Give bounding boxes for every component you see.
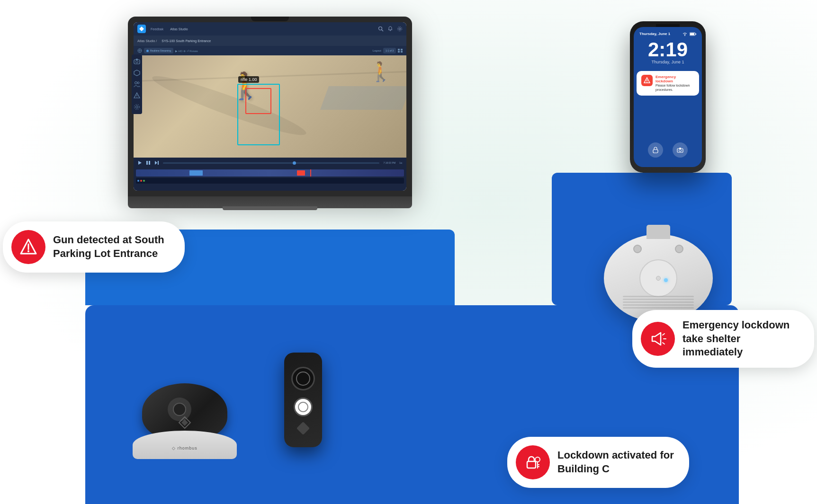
svg-point-4 bbox=[399, 28, 401, 30]
svg-marker-16 bbox=[155, 161, 157, 165]
triangle-warning-icon bbox=[19, 238, 38, 256]
svg-rect-10 bbox=[401, 49, 403, 51]
timestamp: 7:16:03 PM bbox=[383, 161, 395, 164]
lockdown-icon-circle bbox=[516, 445, 550, 479]
sidebar-icon-alert[interactable] bbox=[134, 92, 140, 99]
svg-marker-13 bbox=[138, 161, 142, 165]
sidebar-icon-settings[interactable] bbox=[134, 104, 140, 110]
svg-rect-18 bbox=[134, 60, 140, 64]
reader-ring-inner bbox=[296, 371, 310, 386]
sidebar-icon-camera[interactable] bbox=[134, 58, 140, 65]
building-lockdown-callout: Lockdown activated for Building C bbox=[507, 437, 689, 488]
laptop-toolbar: Realtime Streaming ▶ HD ⊕ ⏎ Rotate Logou… bbox=[134, 46, 406, 55]
svg-rect-15 bbox=[149, 161, 150, 165]
svg-rect-47 bbox=[527, 461, 536, 468]
streaming-pill: Realtime Streaming bbox=[144, 48, 173, 53]
event-segment-alert bbox=[297, 170, 305, 176]
timeline-bar[interactable] bbox=[136, 169, 404, 177]
timeline-marker bbox=[310, 169, 311, 177]
event-dot-1 bbox=[137, 180, 139, 182]
camera-icon bbox=[677, 147, 683, 153]
phone-notification[interactable]: Emergency lockdown Please follow lockdow… bbox=[637, 71, 699, 96]
gun-alert-callout: Gun detected at South Parking Lot Entran… bbox=[3, 221, 185, 273]
svg-rect-9 bbox=[398, 49, 400, 51]
svg-point-34 bbox=[646, 82, 647, 83]
reader-button-inner bbox=[298, 402, 308, 412]
svg-point-48 bbox=[535, 457, 540, 462]
svg-line-44 bbox=[663, 334, 664, 335]
camera-label: SYS-100 South Parking Entrance bbox=[162, 39, 211, 43]
duration: 1a: bbox=[399, 161, 403, 164]
seek-bar[interactable] bbox=[163, 162, 379, 164]
svg-rect-11 bbox=[398, 51, 400, 53]
reader-ring bbox=[291, 367, 315, 390]
phone-status-bar: Thursday, June 1 bbox=[634, 27, 702, 38]
breadcrumb: Atlas Studio / bbox=[137, 39, 157, 43]
laptop-nav: Atlas Studio / SYS-100 South Parking Ent… bbox=[134, 35, 406, 46]
key-lock-icon bbox=[523, 453, 542, 472]
wall-element bbox=[320, 86, 406, 110]
skip-icon[interactable] bbox=[154, 160, 159, 165]
settings-icon[interactable] bbox=[397, 26, 403, 32]
grille-4 bbox=[623, 304, 694, 306]
detection-label: rifle 1.00 bbox=[238, 76, 260, 83]
status-light bbox=[664, 278, 668, 282]
svg-rect-20 bbox=[136, 59, 138, 60]
nav-label: Atlas Studio bbox=[170, 27, 188, 31]
dome-logo bbox=[178, 416, 192, 430]
phone-bottom-icons bbox=[634, 142, 702, 158]
reader-button[interactable] bbox=[294, 398, 313, 416]
svg-point-23 bbox=[137, 82, 139, 84]
svg-rect-31 bbox=[696, 33, 697, 35]
megaphone-icon bbox=[648, 329, 667, 348]
phone: Thursday, June 1 2:19 Thursday, June 1 bbox=[630, 21, 706, 173]
app-title: Feedbak bbox=[151, 27, 163, 31]
pause-icon[interactable] bbox=[146, 160, 151, 165]
play-icon[interactable] bbox=[137, 160, 142, 165]
svg-point-1 bbox=[379, 27, 382, 30]
svg-point-37 bbox=[679, 150, 682, 152]
bell-icon[interactable] bbox=[387, 26, 393, 32]
playback-controls: 7:16:03 PM 1a: bbox=[134, 158, 406, 168]
figure-2: 🚶 bbox=[369, 61, 393, 83]
phone-screen: Thursday, June 1 2:19 Thursday, June 1 bbox=[634, 27, 702, 167]
share-icon[interactable] bbox=[137, 48, 142, 53]
speaker-grille bbox=[623, 296, 694, 310]
dome-camera: ◇ rhombus bbox=[118, 364, 251, 459]
video-feed: 🚶 rifle 1.00 🚶 bbox=[134, 55, 406, 158]
speaker-inner-dot bbox=[656, 276, 661, 281]
emergency-alert-text: Emergency lockdown take shelter immediat… bbox=[682, 318, 801, 359]
notification-body: Please follow lockdown procedures. bbox=[655, 83, 694, 92]
door-reader bbox=[279, 353, 327, 457]
pagination-pill: 1-1 of 3 bbox=[383, 48, 396, 53]
logout[interactable]: Logout bbox=[373, 49, 381, 52]
grille-3 bbox=[623, 301, 694, 303]
bump-left bbox=[633, 245, 642, 253]
camera-lens-inner bbox=[173, 403, 186, 416]
phone-lock-icon[interactable] bbox=[648, 142, 663, 158]
gun-alert-text: Gun detected at South Parking Lot Entran… bbox=[53, 233, 171, 260]
sidebar-icon-map[interactable] bbox=[134, 70, 140, 76]
grid-icon[interactable] bbox=[398, 49, 403, 53]
svg-point-22 bbox=[135, 82, 137, 84]
svg-line-46 bbox=[663, 343, 664, 344]
svg-rect-14 bbox=[146, 161, 148, 165]
reader-body bbox=[284, 353, 322, 447]
sidebar-icon-people[interactable] bbox=[134, 81, 140, 88]
svg-rect-38 bbox=[679, 148, 681, 149]
phone-camera-icon[interactable] bbox=[673, 142, 688, 158]
speaker-body bbox=[604, 234, 713, 322]
phone-body: Thursday, June 1 2:19 Thursday, June 1 bbox=[630, 21, 706, 173]
svg-point-3 bbox=[390, 30, 391, 31]
event-dot-2 bbox=[140, 180, 142, 182]
rhombus-brand: ◇ rhombus bbox=[172, 446, 198, 451]
laptop-base bbox=[128, 196, 412, 208]
camera-base: ◇ rhombus bbox=[133, 431, 237, 459]
alert-triangle-icon bbox=[643, 77, 651, 84]
laptop: Feedbak Atlas Studio Atlas Studio / SYS-… bbox=[128, 17, 422, 244]
search-icon[interactable] bbox=[378, 26, 384, 32]
seek-handle[interactable] bbox=[293, 161, 296, 165]
svg-point-19 bbox=[136, 61, 138, 63]
video-quality: ▶ HD ⊕ ⏎ Rotate bbox=[175, 49, 198, 53]
laptop-hinge bbox=[223, 206, 317, 210]
